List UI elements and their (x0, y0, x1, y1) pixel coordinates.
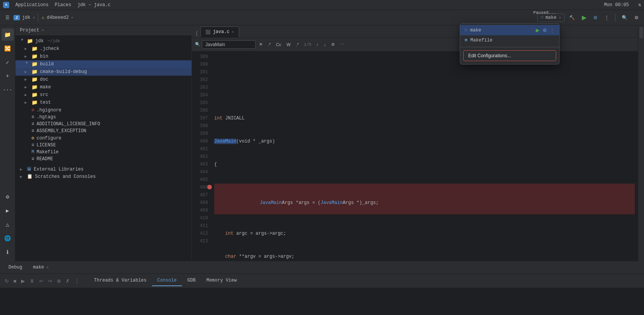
sidebar-toggle-button[interactable]: ⟨ (195, 30, 199, 37)
sidebar-item-commit[interactable]: ✓ (2, 56, 14, 68)
dropdown-more-button[interactable]: ⋮ (550, 28, 555, 33)
word-button[interactable]: W (285, 41, 292, 48)
more-debug-button[interactable]: ⋮ (73, 277, 81, 285)
pause-button[interactable]: ⏸ (28, 277, 36, 285)
make-tab-close-icon[interactable]: ✕ (46, 265, 49, 270)
project-selector[interactable]: J jdk ▾ (13, 15, 35, 20)
search-input[interactable] (202, 40, 256, 49)
tree-item-jdk[interactable]: ▶ 📁 jdk ~/jdk (15, 37, 192, 45)
tree-item-scratches[interactable]: ▶ 📋 Scratches and Consoles (15, 173, 192, 180)
sidebar-item-run[interactable]: ▶ (2, 204, 14, 217)
menu-button[interactable]: ☰ (3, 13, 12, 22)
run-button[interactable]: ▶ (580, 12, 589, 23)
line-number: 396 (195, 107, 208, 114)
sidebar-item-more[interactable]: ··· (2, 84, 14, 96)
debug-run-button[interactable]: ⚙ (591, 13, 600, 22)
tree-item-label: build (40, 61, 54, 67)
expand-arrow-icon: ▶ (25, 70, 29, 74)
branch-selector[interactable]: ⚠ d4beeed2 ▾ (41, 15, 73, 20)
sidebar-item-project[interactable]: 📁 (2, 28, 14, 41)
sidebar-item-info[interactable]: ℹ (2, 246, 14, 258)
tree-item-src[interactable]: ▶ 📁 src (15, 91, 192, 99)
tree-item-configure[interactable]: ▶ ⚙ configure (15, 134, 192, 142)
tree-item-test[interactable]: ▶ 📁 test (15, 99, 192, 106)
scratches-icon: 📋 (27, 174, 33, 179)
search-button[interactable]: 🔍 (619, 13, 630, 22)
dropdown-item-make[interactable]: □ make ▶ ⚙ ⋮ (460, 25, 559, 35)
tree-item-license[interactable]: ▶ ≡ LICENSE (15, 142, 192, 149)
regex2-button[interactable]: .* (294, 41, 301, 48)
tree-item-build[interactable]: ▶ 📁 build (15, 60, 192, 68)
case-button[interactable]: Cc (274, 41, 283, 48)
add-breakpoint-button[interactable]: ⊕ (55, 277, 63, 285)
tree-item-assembly[interactable]: ▶ ≡ ASSEMBLY_EXCEPTION (15, 128, 192, 134)
make-tab[interactable]: make ✕ (28, 262, 54, 273)
resume-button[interactable]: ▶ (20, 277, 26, 285)
dropdown-item-makefile[interactable]: M Makefile (460, 35, 559, 45)
more-run-button[interactable]: ⋮ (602, 13, 611, 22)
tree-item-bin[interactable]: ▶ 📁 bin (15, 53, 192, 60)
line-number: 399 (195, 130, 208, 138)
sidebar-item-warnings[interactable]: △ (2, 218, 14, 230)
clear-button[interactable]: ✗ (64, 277, 71, 285)
debug-tab[interactable]: Debug (3, 262, 28, 273)
gdb-tab[interactable]: GDB (182, 275, 201, 286)
file-icon: M (31, 149, 34, 155)
sidebar-item-add[interactable]: + (2, 70, 14, 82)
expand-arrow-icon: ▶ (25, 77, 29, 82)
build-button[interactable]: 🔨 (567, 13, 577, 22)
tree-item-jcheck[interactable]: ▶ 📁 .jcheck (15, 45, 192, 53)
more-search-button[interactable]: ⋯ (338, 41, 346, 48)
menu-applications[interactable]: Applications (15, 2, 48, 8)
separator (38, 14, 38, 22)
tree-item-doc[interactable]: ▶ 📁 doc (15, 76, 192, 83)
code-content[interactable]: int JNICALL JavaMain(void * _args) { Jav… (211, 51, 638, 261)
folder-icon: 📁 (27, 38, 33, 44)
sidebar-item-vcs[interactable]: 🔀 (2, 42, 14, 55)
code-container: 389 390 391 392 393 394 395 396 397 398 … (192, 51, 638, 261)
regex-button[interactable]: .* (266, 41, 272, 48)
sidebar-item-services[interactable]: 🌐 (2, 232, 14, 244)
edit-configurations-button[interactable]: Edit Configurations... (463, 50, 556, 61)
editor-tab-javac[interactable]: ⬛ java.c ✕ (200, 27, 239, 37)
sidebar-item-settings[interactable]: ⚙ (2, 191, 14, 203)
dropdown-debug-button[interactable]: ⚙ (543, 28, 547, 33)
expand-arrow-icon: ▶ (25, 100, 29, 105)
tree-item-label: README (36, 156, 53, 162)
file-icon: ≡ (31, 128, 34, 134)
line-number: 400 (195, 138, 208, 145)
filter-button[interactable]: ⊘ (329, 41, 337, 48)
stop-button[interactable]: ■ (12, 277, 18, 285)
tree-item-readme[interactable]: ▶ ≡ README (15, 156, 192, 162)
tree-item-hgignore[interactable]: ▶ ⊘ .hgignore (15, 106, 192, 114)
memory-tab[interactable]: Memory View (201, 275, 242, 286)
menu-places[interactable]: Places (54, 2, 71, 8)
prev-match-button[interactable]: ↑ (314, 41, 320, 48)
line-number: 410 (195, 214, 208, 222)
next-match-button[interactable]: ↓ (322, 41, 328, 48)
more-icon: ⋮ (604, 15, 609, 20)
console-tab[interactable]: Console (152, 275, 182, 286)
bottom-toolbar: ↻ ■ ▶ ⏸ ↩ ↪ ⊕ ✗ ⋮ Threads & Variables Co… (0, 274, 644, 288)
settings-button[interactable]: ⚙ (632, 13, 641, 22)
tree-item-external-libraries[interactable]: ▶ 🏛 External Libraries (15, 166, 192, 173)
tree-item-make[interactable]: ▶ 📁 make (15, 83, 192, 91)
tree-item-hgtags[interactable]: ▶ ≡ .hgtags (15, 114, 192, 121)
tree-item-cmake[interactable]: ▶ 📁 cmake-build-debug (15, 68, 192, 76)
step-into-button[interactable]: ↪ (46, 277, 54, 285)
tab-close-icon[interactable]: ✕ (232, 30, 234, 34)
line-number: 398 (195, 122, 208, 130)
restart-button[interactable]: ↻ (3, 277, 10, 285)
threads-tab[interactable]: Threads & Variables (89, 275, 152, 286)
dropdown-run-button[interactable]: ▶ (536, 27, 540, 33)
makefile-icon: M (465, 38, 467, 43)
tree-item-label: configure (36, 136, 61, 141)
tree-item-additional-license[interactable]: ▶ ≡ ADDITIONAL_LICENSE_INFO (15, 121, 192, 128)
tree-item-makefile[interactable]: ▶ M Makefile (15, 149, 192, 156)
step-over-button[interactable]: ↩ (38, 277, 45, 285)
tree-item-label: Makefile (36, 149, 59, 155)
file-icon: ⚙ (31, 135, 34, 141)
expand-arrow-icon: ▶ (25, 46, 29, 51)
console-tab-label: Console (157, 278, 177, 283)
search-close-button[interactable]: ✕ (257, 41, 264, 48)
